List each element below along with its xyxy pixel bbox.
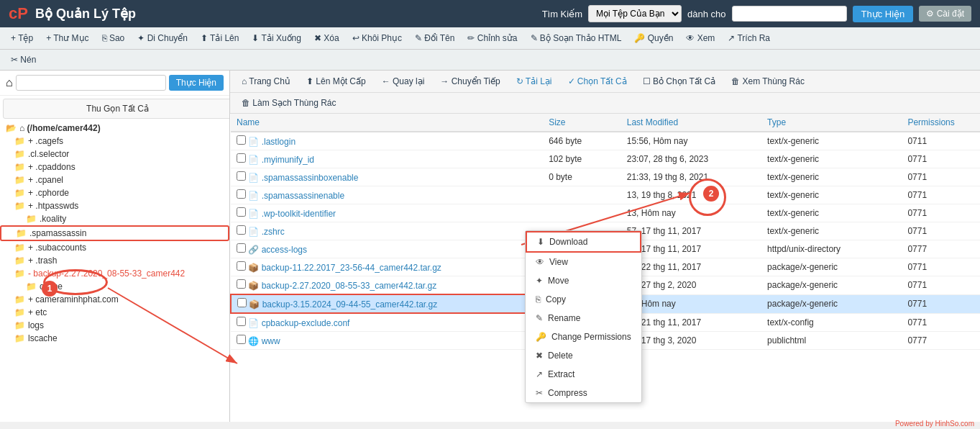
upload-button[interactable]: ⬆ Tải Lên bbox=[196, 31, 244, 45]
file-modified: 57, 27 thg 2, 2020 bbox=[621, 276, 761, 295]
row-checkbox[interactable] bbox=[237, 261, 246, 271]
file-link[interactable]: .spamassassinenable bbox=[262, 191, 344, 201]
up-button[interactable]: ⬆ Lên Một Cấp bbox=[301, 74, 372, 89]
context-menu: ⬇ Download 👁 View ✦ Move ⎘ Copy ✎ Rename… bbox=[525, 230, 642, 403]
context-menu-perms[interactable]: 🔑 Change Permissions bbox=[526, 328, 641, 346]
tree-item-cphorde[interactable]: 📁 + .cphorde bbox=[0, 186, 229, 199]
file-link[interactable]: .spamassassinboxenable bbox=[262, 173, 359, 183]
home-icon[interactable]: ⌂ bbox=[6, 76, 13, 89]
execute-search-button[interactable]: Thực Hiện bbox=[853, 6, 914, 22]
context-menu-download[interactable]: ⬇ Download bbox=[526, 231, 641, 253]
collapse-all-button[interactable]: Thu Gọn Tất Cả bbox=[3, 99, 230, 119]
home-button[interactable]: ⌂ Trang Chủ bbox=[236, 74, 296, 89]
row-checkbox[interactable] bbox=[237, 243, 246, 253]
file-perms: 0777 bbox=[902, 240, 980, 258]
html-editor-button[interactable]: ✎ Bộ Soạn Thảo HTML bbox=[526, 31, 627, 45]
rename-icon: ✎ bbox=[536, 313, 543, 323]
permissions-button[interactable]: 🔑 Quyền bbox=[629, 31, 678, 45]
download-button[interactable]: ⬇ Tải Xuống bbox=[247, 31, 306, 45]
tree-item-koality[interactable]: 📁 .koality bbox=[0, 212, 229, 225]
col-size[interactable]: Size bbox=[543, 114, 621, 132]
row-checkbox[interactable] bbox=[237, 279, 246, 289]
col-perms[interactable]: Permissions bbox=[902, 114, 980, 132]
file-link[interactable]: www bbox=[262, 336, 280, 346]
col-modified[interactable]: Last Modified bbox=[621, 114, 761, 132]
row-checkbox[interactable] bbox=[237, 335, 246, 344]
col-name[interactable]: Name bbox=[231, 114, 543, 132]
copy-button[interactable]: ⎘ Sao bbox=[97, 31, 130, 45]
sidebar: ⌂ Thực Hiện Thu Gọn Tất Cả 📂 ⌂ (/home/ca… bbox=[0, 71, 230, 422]
tree-item-cpaddons[interactable]: 📁 + .cpaddons bbox=[0, 161, 229, 173]
content-nav2: 🗑 Làm Sạch Thùng Rác bbox=[230, 93, 980, 114]
view-button[interactable]: 👁 Xem bbox=[681, 31, 720, 45]
file-link[interactable]: .myimunify_id bbox=[262, 155, 314, 165]
compress-button[interactable]: ✂ Nén bbox=[6, 53, 41, 67]
move-icon: ✦ bbox=[536, 276, 543, 286]
tree-item-cagefs[interactable]: 📁 + .cagefs bbox=[0, 135, 229, 148]
file-link[interactable]: access-logs bbox=[262, 245, 307, 255]
delete-button[interactable]: ✖ Xóa bbox=[309, 31, 344, 45]
file-link[interactable]: .wp-toolkit-identifier bbox=[262, 209, 336, 219]
col-type[interactable]: Type bbox=[761, 114, 902, 132]
context-menu-extract[interactable]: ↗ Extract bbox=[526, 365, 641, 384]
sidebar-path-input[interactable] bbox=[16, 75, 166, 91]
file-link[interactable]: backup-11.22.2017_23-56-44_camer442.tar.… bbox=[262, 263, 441, 273]
new-folder-button[interactable]: + Thư Mục bbox=[41, 31, 93, 45]
config-icon: 📄 bbox=[248, 318, 259, 328]
delete-icon: ✖ bbox=[536, 351, 543, 361]
tree-item-cpanel[interactable]: 📁 + .cpanel bbox=[0, 173, 229, 186]
file-link[interactable]: backup-3.15.2024_09-44-55_camer442.tar.g… bbox=[262, 299, 438, 310]
move-button[interactable]: ✦ Di Chuyển bbox=[132, 31, 193, 45]
tree-item-cache[interactable]: 📁 cache bbox=[0, 280, 229, 293]
context-menu-delete[interactable]: ✖ Delete bbox=[526, 346, 641, 365]
tree-item-clselector[interactable]: 📁 .cl.selector bbox=[0, 148, 229, 161]
context-menu-move[interactable]: ✦ Move bbox=[526, 271, 641, 290]
search-input[interactable] bbox=[732, 6, 847, 22]
file-link[interactable]: .lastlogin bbox=[262, 137, 296, 147]
tree-item-htpasswds[interactable]: 📁 + .htpasswds bbox=[0, 199, 229, 212]
file-link[interactable]: cpbackup-exclude.conf bbox=[262, 318, 350, 328]
search-select[interactable]: Mọi Tệp Của Bạn bbox=[588, 5, 682, 22]
context-menu-view[interactable]: 👁 View bbox=[526, 253, 641, 271]
rename-button[interactable]: ✎ Đổi Tên bbox=[410, 31, 459, 45]
context-menu-copy[interactable]: ⎘ Copy bbox=[526, 290, 641, 309]
tree-item-backup[interactable]: 📁 - backup-2.27.2020_08-55-33_camer442 bbox=[0, 267, 229, 280]
tree-item-lscache[interactable]: 📁 lscache bbox=[0, 332, 229, 345]
tree-item-root[interactable]: 📂 ⌂ (/home/camer442) bbox=[0, 122, 229, 135]
row-checkbox[interactable] bbox=[237, 298, 247, 307]
back-button[interactable]: ← Quay lại bbox=[376, 74, 431, 89]
deselect-all-button[interactable]: ☐ Bỏ Chọn Tất Cả bbox=[637, 74, 721, 89]
select-all-button[interactable]: ✓ Chọn Tất Cả bbox=[562, 74, 633, 89]
clean-trash-button[interactable]: 🗑 Làm Sạch Thùng Rác bbox=[236, 96, 342, 110]
row-checkbox[interactable] bbox=[237, 189, 246, 199]
row-checkbox[interactable] bbox=[237, 135, 246, 145]
row-checkbox[interactable] bbox=[237, 171, 246, 181]
file-type: publichtml bbox=[761, 332, 902, 350]
reload-button[interactable]: ↻ Tải Lại bbox=[510, 74, 558, 89]
settings-button[interactable]: ⚙ Cài đặt bbox=[919, 6, 971, 22]
file-icon: 📄 bbox=[248, 227, 259, 237]
row-checkbox[interactable] bbox=[237, 317, 246, 326]
file-link[interactable]: backup-2.27.2020_08-55-33_camer442.tar.g… bbox=[262, 281, 437, 291]
tree-item-cameraminhphat[interactable]: 📁 + cameraminhphat.com bbox=[0, 293, 229, 306]
folder-open-icon: 📂 bbox=[6, 123, 17, 133]
edit-button[interactable]: ✏ Chỉnh sửa bbox=[462, 31, 522, 45]
row-checkbox[interactable] bbox=[237, 153, 246, 163]
sidebar-execute-button[interactable]: Thực Hiện bbox=[169, 75, 224, 91]
tree-item-subaccounts[interactable]: 📁 + .subaccounts bbox=[0, 241, 229, 254]
context-menu-rename[interactable]: ✎ Rename bbox=[526, 309, 641, 328]
forward-button[interactable]: → Chuyển Tiếp bbox=[434, 74, 505, 89]
tree-item-etc[interactable]: 📁 + etc bbox=[0, 306, 229, 319]
tree-item-trash[interactable]: 📁 + .trash bbox=[0, 254, 229, 267]
context-menu-compress[interactable]: ✂ Compress bbox=[526, 384, 641, 402]
tree-item-logs[interactable]: 📁 logs bbox=[0, 319, 229, 332]
tree-item-spamassassin[interactable]: 📁 .spamassassin bbox=[0, 225, 229, 241]
file-modified: 00, 17 thg 11, 2017 bbox=[621, 240, 761, 258]
new-file-button[interactable]: + Tệp bbox=[6, 31, 38, 45]
view-trash-button[interactable]: 🗑 Xem Thùng Rác bbox=[725, 74, 810, 89]
restore-button[interactable]: ↩ Khôi Phục bbox=[347, 31, 407, 45]
row-checkbox[interactable] bbox=[237, 207, 246, 217]
extract-button[interactable]: ↗ Trích Ra bbox=[723, 31, 775, 45]
row-checkbox[interactable] bbox=[237, 225, 246, 235]
file-link[interactable]: .zshrc bbox=[262, 227, 285, 237]
